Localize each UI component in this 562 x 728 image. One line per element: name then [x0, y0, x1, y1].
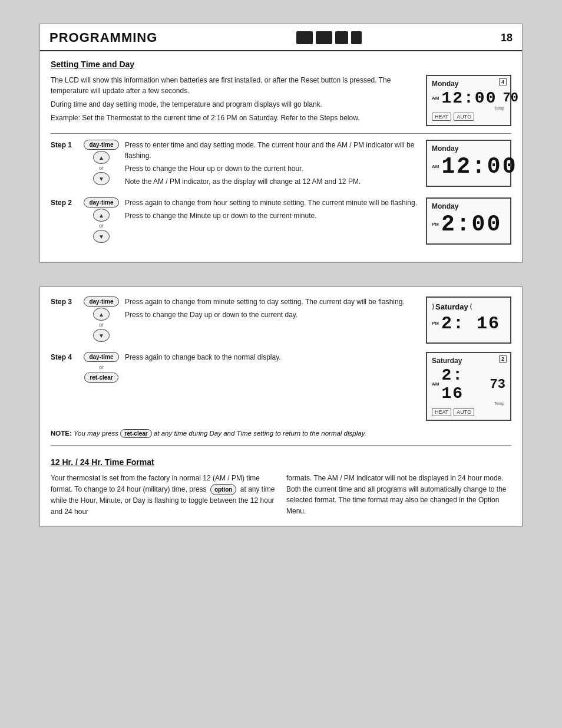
step-4-btns: day-time or ret-clear	[84, 352, 119, 383]
lcd-step4-time-row: AM 2: 16 73	[432, 366, 505, 403]
divider-1	[51, 133, 511, 134]
lcd-step-3: ⟩ Saturday ⟨ PM 2: 16	[426, 297, 511, 344]
section-heading-1: Setting Time and Day	[51, 60, 511, 69]
page-header: PROGRAMMING 18	[40, 24, 522, 51]
lcd-step4-badge-heat: HEAT	[432, 408, 451, 416]
time-format-section: 12 Hr. / 24 Hr. Time Format Your thermos…	[51, 445, 511, 517]
col-left-para1: Your thermostat is set from the factory …	[51, 473, 276, 517]
lcd-step2-pm-label: PM	[432, 222, 439, 227]
step-1-text-2: Press to change the Hour up or down to t…	[125, 163, 420, 174]
step-2-row: Step 2 day-time ▲ or ▼ Press again to ch…	[51, 197, 511, 245]
col-left: Your thermostat is set from the factory …	[51, 473, 276, 517]
two-col-text: Your thermostat is set from the factory …	[51, 473, 511, 517]
step-2-text-1: Press again to change from hour setting …	[125, 197, 420, 208]
lcd-step4-am-label: AM	[432, 382, 439, 387]
lcd-step4-corner: 2	[499, 355, 507, 363]
arrow-up-btn-3[interactable]: ▲	[93, 308, 110, 321]
lcd-am-label: AM	[432, 96, 439, 101]
step-2-label: Step 2	[51, 199, 78, 207]
page-card-1: PROGRAMMING 18 Setting Time and Day The …	[39, 24, 523, 263]
day-time-btn-1[interactable]: day-time	[84, 140, 118, 150]
step-1-label: Step 1	[51, 141, 78, 149]
lcd-step4-time: 2: 16	[441, 366, 484, 403]
option-btn[interactable]: option	[210, 484, 237, 496]
lcd-am-pm: AM	[432, 96, 439, 101]
lcd-step3-pm: PM	[432, 321, 439, 326]
lcd-corner-num: 4	[499, 78, 507, 85]
header-block-4	[351, 31, 362, 44]
note-suffix: at any time during Day and Time setting …	[154, 430, 366, 437]
flash-right: ⟨	[470, 303, 472, 311]
header-block-3	[335, 31, 348, 44]
lcd-step3-time: 2: 16	[441, 314, 500, 334]
step-4-row: Step 4 day-time or ret-clear Press again…	[51, 352, 511, 421]
step-4-text-1: Press again to change back to the normal…	[125, 352, 420, 363]
day-time-btn-4[interactable]: day-time	[84, 352, 118, 362]
lcd-step-1: Monday AM 12:00	[426, 140, 511, 187]
lcd-step3-day: Saturday	[435, 302, 468, 311]
or-label-3: or	[99, 322, 104, 328]
step-3-btns: day-time ▲ or ▼	[84, 297, 119, 342]
lcd-step-2: Monday PM 2:00	[426, 197, 511, 245]
arrow-down-btn-1[interactable]: ▼	[93, 172, 110, 185]
lcd-step1-day: Monday	[432, 144, 505, 153]
flash-left: ⟩	[432, 303, 434, 311]
header-block-2	[316, 31, 332, 44]
intro-text: The LCD will show this information when …	[51, 75, 416, 126]
lcd-step2-pm: PM	[432, 222, 439, 227]
ret-clear-btn-4[interactable]: ret-clear	[84, 373, 118, 383]
col-right: formats. The AM / PM indicator will not …	[286, 473, 511, 517]
day-time-btn-3[interactable]: day-time	[84, 297, 118, 307]
lcd-step1-time: 12:00	[441, 154, 517, 179]
lcd-step3-time-row: PM 2: 16	[432, 314, 505, 334]
lcd-step4-am: AM	[432, 382, 439, 387]
lcd-intro: 4 Monday AM 12:00 70 Temp HEAT AUTO	[426, 75, 511, 126]
section-heading-2: 12 Hr. / 24 Hr. Time Format	[51, 457, 511, 467]
lcd-step3-pm-label: PM	[432, 321, 439, 326]
day-time-btn-2[interactable]: day-time	[84, 197, 118, 207]
step-3-text: Press again to change from minute settin…	[125, 297, 420, 322]
arrow-down-btn-3[interactable]: ▼	[93, 329, 110, 342]
step-1-btns: day-time ▲ or ▼	[84, 140, 119, 185]
intro-row: The LCD will show this information when …	[51, 75, 511, 126]
header-block-1	[296, 31, 313, 44]
lcd-step1-time-row: AM 12:00	[432, 154, 505, 179]
lcd-step2-time: 2:00	[441, 212, 502, 237]
or-label-4: or	[99, 364, 104, 370]
lcd-temp: 70	[503, 91, 518, 106]
or-label-2: or	[99, 223, 104, 229]
step-4-text: Press again to change back to the normal…	[125, 352, 420, 365]
step-1-text-1: Press to enter time and day setting mode…	[125, 140, 420, 161]
page-number: 18	[501, 32, 513, 44]
intro-para-2: During time and day setting mode, the te…	[51, 99, 416, 110]
arrow-up-btn-1[interactable]: ▲	[93, 151, 110, 164]
ret-clear-btn-note[interactable]: ret-clear	[120, 429, 151, 438]
arrow-up-btn-2[interactable]: ▲	[93, 209, 110, 222]
header-decoration	[296, 31, 362, 44]
col-right-text: formats. The AM / PM indicator will not …	[286, 473, 511, 516]
lcd-step4-temp: 73	[490, 377, 505, 392]
lcd-step4-badges: HEAT AUTO	[432, 408, 505, 416]
lcd-step4-day: Saturday	[432, 357, 505, 365]
step-2-text-2: Press to change the Minute up or down to…	[125, 210, 420, 221]
lcd-step2-day: Monday	[432, 202, 505, 210]
step-1-text: Press to enter time and day setting mode…	[125, 140, 420, 189]
step-3-text-1: Press again to change from minute settin…	[125, 297, 420, 307]
lcd-time: 12:00	[441, 89, 497, 107]
arrow-down-btn-2[interactable]: ▼	[93, 230, 110, 243]
lcd-badge-auto: AUTO	[454, 113, 474, 121]
step-3-row: Step 3 day-time ▲ or ▼ Press again to ch…	[51, 297, 511, 344]
note-line: NOTE: You may press ret-clear at any tim…	[51, 429, 511, 438]
step-3-label: Step 3	[51, 298, 78, 306]
page-card-2: Step 3 day-time ▲ or ▼ Press again to ch…	[39, 286, 523, 527]
page-content-1: Setting Time and Day The LCD will show t…	[40, 51, 522, 262]
page-content-2: Step 3 day-time ▲ or ▼ Press again to ch…	[40, 287, 522, 526]
step-1-text-3: Note the AM / PM indicator, as the displ…	[125, 176, 420, 187]
note-italic-text: You may press	[74, 430, 120, 437]
lcd-step-4: 2 Saturday AM 2: 16 73 Temp HEAT AUTO	[426, 352, 511, 421]
step-4-label: Step 4	[51, 353, 78, 361]
or-label-1: or	[99, 165, 104, 171]
step-2-btns: day-time ▲ or ▼	[84, 197, 119, 243]
lcd-step1-am-label: AM	[432, 164, 439, 169]
step-1-row: Step 1 day-time ▲ or ▼ Press to enter ti…	[51, 140, 511, 189]
